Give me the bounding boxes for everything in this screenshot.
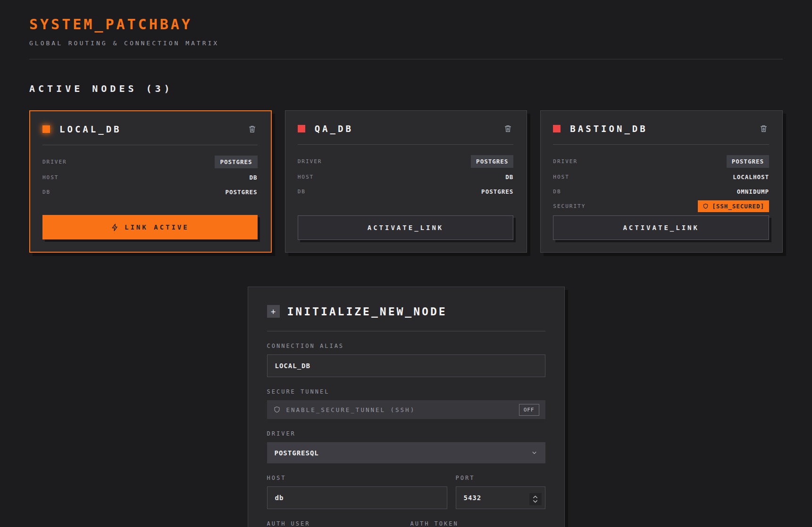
host-group: HOST (267, 475, 447, 509)
port-stepper[interactable] (529, 493, 542, 505)
auth-token-group: AUTH TOKEN (410, 520, 545, 527)
property-label: HOST (42, 174, 59, 181)
property-row: HOST LOCALHOST (553, 171, 769, 182)
delete-node-button[interactable] (758, 123, 769, 134)
property-value: POSTGRES (481, 188, 513, 195)
delete-node-button[interactable] (502, 123, 513, 134)
card-footer: ACTIVATE_LINK (553, 215, 769, 240)
status-indicator (553, 125, 561, 132)
port-group: PORT (456, 475, 545, 509)
node-card-bastion-db: BASTION_DB DRIVER POSTGRES HOST LOCALHOS… (540, 110, 783, 253)
secure-tunnel-group: SECURE TUNNEL ENABLE_SECURE_TUNNEL (SSH)… (267, 388, 545, 419)
property-label: HOST (553, 174, 569, 180)
auth-token-label: AUTH TOKEN (410, 520, 545, 527)
delete-node-button[interactable] (247, 124, 258, 134)
auth-row: AUTH USER AUTH TOKEN (267, 520, 545, 527)
button-label: LINK ACTIVE (125, 223, 189, 231)
chevron-down-icon (533, 500, 538, 503)
property-label: DRIVER (298, 158, 322, 165)
property-row: HOST DB (42, 172, 258, 183)
tunnel-toggle[interactable]: OFF (519, 404, 539, 416)
trash-icon (503, 127, 512, 134)
property-label: DRIVER (42, 159, 67, 165)
button-label: ACTIVATE_LINK (368, 224, 444, 231)
property-row: DRIVER POSTGRES (553, 155, 769, 168)
node-card-local-db: LOCAL_DB DRIVER POSTGRES HOST DB (29, 110, 272, 253)
card-header: BASTION_DB (553, 123, 769, 134)
property-value: DB (505, 173, 513, 181)
form-title: INITIALIZE_NEW_NODE (287, 305, 447, 318)
property-row: DB POSTGRES (42, 186, 258, 198)
property-row: HOST DB (298, 171, 514, 182)
lightning-icon (111, 223, 119, 231)
driver-group: DRIVER POSTGRESQL (267, 430, 545, 463)
trash-icon (759, 127, 768, 134)
property-row: SECURITY [SSH_SECURED] (553, 200, 769, 212)
property-row: DRIVER POSTGRES (42, 156, 258, 168)
property-label: DB (298, 189, 306, 195)
active-nodes-heading: ACTIVE NODES (3) (29, 83, 783, 94)
node-name: BASTION_DB (570, 124, 758, 134)
property-label: DB (553, 189, 561, 195)
trash-icon (248, 128, 257, 135)
shield-icon (273, 406, 281, 413)
chevron-down-icon (531, 449, 538, 456)
connection-alias-group: CONNECTION ALIAS (267, 343, 545, 377)
divider (267, 331, 545, 331)
node-card-grid: LOCAL_DB DRIVER POSTGRES HOST DB (29, 110, 783, 253)
secure-tunnel-bar: ENABLE_SECURE_TUNNEL (SSH) OFF (267, 400, 545, 419)
port-label: PORT (456, 475, 545, 481)
property-label: SECURITY (553, 203, 586, 209)
node-card-qa-db: QA_DB DRIVER POSTGRES HOST DB D (285, 110, 527, 253)
node-properties: DRIVER POSTGRES HOST LOCALHOST DB OMNIDU… (553, 155, 769, 215)
card-header: QA_DB (298, 123, 514, 134)
driver-select[interactable]: POSTGRESQL (267, 442, 545, 463)
property-value: DB (250, 174, 258, 181)
initialize-node-form: + INITIALIZE_NEW_NODE CONNECTION ALIAS S… (248, 287, 565, 527)
link-active-button[interactable]: LINK ACTIVE (42, 215, 258, 239)
button-label: ACTIVATE_LINK (623, 224, 699, 231)
activate-link-button[interactable]: ACTIVATE_LINK (298, 215, 514, 240)
property-row: DB OMNIDUMP (553, 186, 769, 197)
property-value: POSTGRES (225, 189, 257, 196)
node-properties: DRIVER POSTGRES HOST DB DB POSTGRES (42, 156, 258, 201)
page-container: SYSTEM_PATCHBAY GLOBAL ROUTING & CONNECT… (29, 0, 783, 527)
host-input[interactable] (267, 486, 447, 509)
chevron-up-icon (533, 495, 538, 499)
connection-alias-input[interactable] (267, 354, 545, 377)
status-indicator (298, 125, 305, 132)
card-header: LOCAL_DB (42, 124, 258, 134)
ssh-badge-label: [SSH_SECURED] (712, 203, 764, 210)
divider (298, 144, 514, 145)
auth-user-group: AUTH USER (267, 520, 402, 527)
property-row: DB POSTGRES (298, 186, 514, 197)
card-footer: LINK ACTIVE (42, 215, 258, 239)
form-header: + INITIALIZE_NEW_NODE (267, 305, 545, 318)
node-name: QA_DB (315, 124, 503, 134)
driver-badge: POSTGRES (727, 155, 769, 168)
ssh-secured-badge: [SSH_SECURED] (698, 200, 769, 212)
property-value: OMNIDUMP (737, 188, 769, 195)
activate-link-button[interactable]: ACTIVATE_LINK (553, 215, 769, 240)
page-title: SYSTEM_PATCHBAY (29, 16, 783, 33)
node-name: LOCAL_DB (59, 124, 247, 134)
divider (553, 144, 769, 145)
plus-icon: + (267, 305, 280, 318)
divider (42, 145, 258, 145)
property-label: DB (42, 189, 50, 195)
app-header: SYSTEM_PATCHBAY GLOBAL ROUTING & CONNECT… (29, 16, 783, 59)
page-subtitle: GLOBAL ROUTING & CONNECTION MATRIX (29, 40, 783, 47)
driver-label: DRIVER (267, 430, 545, 437)
driver-badge: POSTGRES (471, 155, 513, 168)
host-label: HOST (267, 475, 447, 481)
property-row: DRIVER POSTGRES (298, 155, 514, 168)
status-indicator (42, 125, 50, 133)
enable-tunnel-label: ENABLE_SECURE_TUNNEL (SSH) (286, 406, 513, 413)
node-properties: DRIVER POSTGRES HOST DB DB POSTGRES (298, 155, 514, 200)
driver-badge: POSTGRES (215, 156, 257, 168)
auth-user-label: AUTH USER (267, 520, 402, 527)
secure-tunnel-label: SECURE TUNNEL (267, 388, 545, 395)
property-label: DRIVER (553, 158, 578, 165)
shield-icon (703, 203, 709, 209)
host-port-row: HOST PORT (267, 475, 545, 509)
